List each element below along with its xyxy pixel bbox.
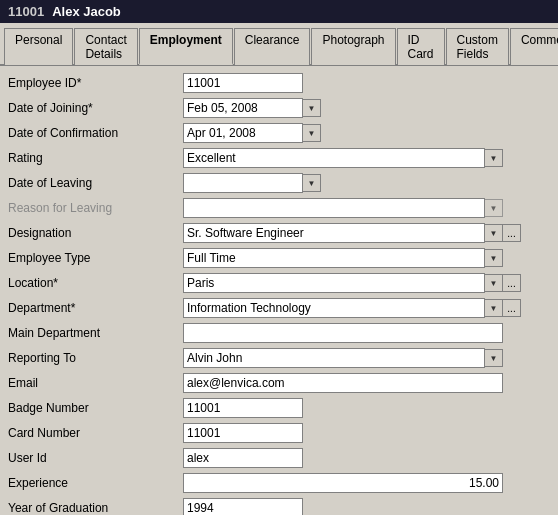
reason-leaving-input[interactable] [183,198,485,218]
location-row: Location* ▼ ... [8,272,550,294]
card-number-field [183,423,303,443]
date-joining-label: Date of Joining* [8,101,183,115]
rating-row: Rating ▼ [8,147,550,169]
employee-id-row: Employee ID* [8,72,550,94]
year-graduation-label: Year of Graduation [8,501,183,515]
designation-dropdown-btn[interactable]: ▼ [485,224,503,242]
form-content: Employee ID* Date of Joining* ▼ Date of … [0,66,558,515]
date-leaving-input[interactable] [183,173,303,193]
department-ellipsis-btn[interactable]: ... [503,299,521,317]
email-input[interactable] [183,373,503,393]
rating-dropdown-btn[interactable]: ▼ [485,149,503,167]
date-leaving-row: Date of Leaving ▼ [8,172,550,194]
date-confirmation-row: Date of Confirmation ▼ [8,122,550,144]
experience-field [183,473,503,493]
reason-leaving-label: Reason for Leaving [8,201,183,215]
department-field: ▼ ... [183,298,521,318]
email-label: Email [8,376,183,390]
date-confirmation-dropdown-btn[interactable]: ▼ [303,124,321,142]
date-joining-field: ▼ [183,98,321,118]
date-leaving-field: ▼ [183,173,321,193]
user-id-label: User Id [8,451,183,465]
employee-id-field [183,73,303,93]
designation-row: Designation ▼ ... [8,222,550,244]
tab-clearance[interactable]: Clearance [234,28,311,65]
reporting-to-row: Reporting To ▼ [8,347,550,369]
year-graduation-input[interactable] [183,498,303,515]
location-input[interactable] [183,273,485,293]
badge-number-field [183,398,303,418]
user-id-input[interactable] [183,448,303,468]
reason-leaving-field: ▼ [183,198,503,218]
designation-field: ▼ ... [183,223,521,243]
department-row: Department* ▼ ... [8,297,550,319]
badge-number-row: Badge Number [8,397,550,419]
experience-label: Experience [8,476,183,490]
reporting-to-field: ▼ [183,348,503,368]
tab-photograph[interactable]: Photograph [311,28,395,65]
department-label: Department* [8,301,183,315]
card-number-label: Card Number [8,426,183,440]
badge-number-label: Badge Number [8,401,183,415]
tab-contact-details[interactable]: Contact Details [74,28,137,65]
date-joining-dropdown-btn[interactable]: ▼ [303,99,321,117]
tab-personal[interactable]: Personal [4,28,73,65]
main-department-input[interactable] [183,323,503,343]
designation-label: Designation [8,226,183,240]
year-graduation-row: Year of Graduation [8,497,550,515]
experience-input[interactable] [183,473,503,493]
date-joining-row: Date of Joining* ▼ [8,97,550,119]
location-ellipsis-btn[interactable]: ... [503,274,521,292]
experience-row: Experience [8,472,550,494]
user-id-field [183,448,303,468]
rating-input[interactable] [183,148,485,168]
department-dropdown-btn[interactable]: ▼ [485,299,503,317]
employee-id-label: Employee ID* [8,76,183,90]
reporting-to-dropdown-btn[interactable]: ▼ [485,349,503,367]
date-leaving-label: Date of Leaving [8,176,183,190]
email-field [183,373,503,393]
tab-bar: Personal Contact Details Employment Clea… [0,23,558,66]
date-leaving-dropdown-btn[interactable]: ▼ [303,174,321,192]
designation-input[interactable] [183,223,485,243]
location-label: Location* [8,276,183,290]
badge-number-input[interactable] [183,398,303,418]
rating-label: Rating [8,151,183,165]
date-confirmation-field: ▼ [183,123,321,143]
card-number-input[interactable] [183,423,303,443]
designation-ellipsis-btn[interactable]: ... [503,224,521,242]
employee-type-field: ▼ [183,248,503,268]
date-joining-input[interactable] [183,98,303,118]
reporting-to-label: Reporting To [8,351,183,365]
location-field: ▼ ... [183,273,521,293]
rating-field: ▼ [183,148,503,168]
tab-comments[interactable]: Comments [510,28,558,65]
reporting-to-input[interactable] [183,348,485,368]
date-confirmation-input[interactable] [183,123,303,143]
employee-type-input[interactable] [183,248,485,268]
reason-leaving-dropdown-btn: ▼ [485,199,503,217]
tab-custom-fields[interactable]: Custom Fields [446,28,509,65]
date-confirmation-label: Date of Confirmation [8,126,183,140]
title-bar: 11001 Alex Jacob [0,0,558,23]
employee-type-label: Employee Type [8,251,183,265]
employee-name-title: Alex Jacob [52,4,121,19]
tab-id-card[interactable]: ID Card [397,28,445,65]
tab-employment[interactable]: Employment [139,28,233,65]
main-department-label: Main Department [8,326,183,340]
reason-leaving-row: Reason for Leaving ▼ [8,197,550,219]
main-department-field [183,323,503,343]
employee-id-input[interactable] [183,73,303,93]
user-id-row: User Id [8,447,550,469]
employee-type-dropdown-btn[interactable]: ▼ [485,249,503,267]
location-dropdown-btn[interactable]: ▼ [485,274,503,292]
employee-type-row: Employee Type ▼ [8,247,550,269]
main-department-row: Main Department [8,322,550,344]
year-graduation-field [183,498,303,515]
card-number-row: Card Number [8,422,550,444]
employee-id-title: 11001 [8,4,44,19]
email-row: Email [8,372,550,394]
department-input[interactable] [183,298,485,318]
